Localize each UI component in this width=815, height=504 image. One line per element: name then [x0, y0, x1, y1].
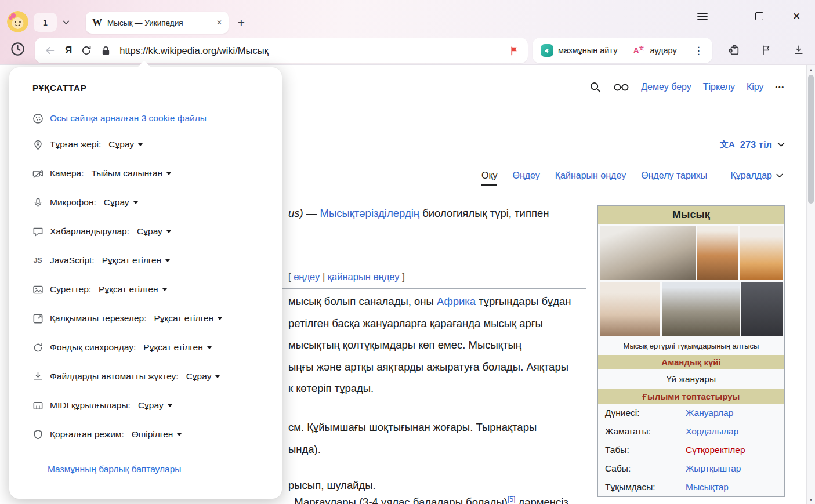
images-icon — [31, 283, 44, 296]
dropdown-caret-icon — [207, 346, 212, 349]
felidae-link[interactable]: Мысықтәрізділердің — [320, 207, 419, 219]
article-line: ретілген басқа жануарларға қарағанда мыс… — [288, 317, 543, 330]
permission-dropdown[interactable]: Сұрау — [108, 139, 143, 150]
permission-dropdown[interactable]: Рұқсат етілген — [143, 342, 212, 353]
kebab-menu-icon[interactable]: ⋮ — [689, 45, 709, 57]
permission-row-javascript: JS JavaScript: Рұқсат етілген — [9, 246, 282, 275]
bookmark-flag-icon[interactable] — [509, 45, 519, 56]
url-text[interactable]: https://kk.wikipedia.org/wiki/Мысық — [119, 45, 269, 56]
kingdom-link[interactable]: Жануарлар — [686, 408, 733, 418]
scroll-up-icon[interactable]: ▲ — [807, 65, 815, 74]
donate-link[interactable]: Демеу беру — [641, 82, 691, 92]
wiki-header-actions: Демеу беру Тіркелу Кіру ••• — [589, 81, 785, 93]
window-menu-icon[interactable] — [694, 8, 711, 25]
window-close-icon[interactable]: ✕ — [788, 8, 805, 25]
permission-row-camera: Камера: Тыйым салынған — [9, 159, 282, 188]
tab-edit-source[interactable]: Қайнарын өңдеу — [555, 171, 626, 186]
tab-edit[interactable]: Өңдеу — [512, 171, 539, 186]
cat-photo[interactable] — [697, 226, 738, 280]
shield-icon — [31, 428, 44, 441]
scroll-down-icon[interactable]: ▼ — [807, 495, 815, 504]
edit-source-section-link[interactable]: қайнарын өңдеу — [328, 271, 400, 282]
language-selector[interactable]: 文А 273 тіл — [720, 139, 785, 150]
dropdown-caret-icon — [218, 317, 222, 320]
auto-download-icon — [31, 370, 44, 383]
cat-photo[interactable] — [600, 226, 696, 280]
article-line: us) — Мысықтәрізділердің биологиялық түр… — [288, 207, 549, 220]
permission-dropdown[interactable]: Сұрау — [138, 400, 172, 411]
permission-dropdown[interactable]: Рұқсат етілген — [154, 313, 222, 324]
tabs-divider — [273, 187, 786, 187]
language-count: 273 тіл — [740, 139, 772, 150]
article-line: см. Құйымшағы шоқтығынан жоғары. Тырнақт… — [288, 421, 537, 434]
permission-dropdown[interactable]: Рұқсат етілген — [99, 284, 167, 295]
extensions-puzzle-icon[interactable] — [724, 40, 744, 60]
tab-read[interactable]: Оқу — [481, 171, 497, 186]
downloads-icon[interactable] — [789, 40, 809, 60]
reference-link: [5] — [508, 495, 515, 503]
cookie-icon — [31, 112, 44, 125]
new-tab-button[interactable]: + — [233, 14, 249, 31]
article-line: ыңғы және артқы аяқтарды ажыратуға болад… — [288, 361, 568, 374]
svg-text:А: А — [633, 46, 639, 55]
permission-dropdown[interactable]: Өшірілген — [132, 429, 182, 440]
yandex-icon[interactable]: Я — [65, 45, 72, 56]
history-icon[interactable] — [7, 38, 28, 60]
cookies-link[interactable]: Осы сайтқа арналған 3 cookie файлы — [50, 113, 207, 124]
translate-button[interactable]: А文 аудару — [629, 44, 680, 57]
cat-photo[interactable] — [740, 226, 783, 280]
cat-photo[interactable] — [662, 282, 740, 336]
africa-link[interactable]: Африка — [437, 295, 476, 307]
site-permissions-panel: РҰҚСАТТАР Осы сайтқа арналған 3 cookie ф… — [9, 67, 282, 499]
order-link[interactable]: Жыртқыштар — [686, 463, 741, 474]
tab-close-icon[interactable]: ✕ — [216, 19, 222, 27]
edit-section-link[interactable]: өңдеу — [294, 271, 320, 282]
cat-photo[interactable] — [600, 282, 660, 336]
classification-header: Ғылыми топтастыруы — [598, 389, 784, 404]
permission-row-notifications: Хабарландырулар: Сұрау — [9, 217, 282, 246]
tab-history[interactable]: Өңделу тарихы — [641, 171, 707, 186]
active-tab[interactable]: W Мысық — Уикипедия ✕ — [86, 12, 229, 34]
translate-icon: А文 — [632, 44, 645, 57]
register-link[interactable]: Тіркелу — [703, 82, 735, 92]
permission-dropdown[interactable]: Тыйым салынған — [91, 168, 171, 179]
scrollbar-thumb[interactable] — [808, 75, 814, 204]
tab-count-button[interactable]: 1 — [34, 13, 57, 32]
infobox-title: Мысық — [598, 206, 784, 224]
permission-dropdown[interactable]: Рұқсат етілген — [102, 255, 171, 266]
address-bar[interactable]: Я https://kk.wikipedia.org/wiki/Мысық — [35, 38, 528, 63]
permission-dropdown[interactable]: Сұрау — [186, 371, 220, 382]
dropdown-caret-icon — [168, 404, 172, 407]
scrollbar[interactable]: ▲ ▼ — [806, 65, 815, 504]
cat-photo[interactable] — [741, 282, 783, 336]
login-link[interactable]: Кіру — [747, 82, 764, 92]
collections-flag-icon[interactable] — [756, 40, 776, 60]
read-aloud-button[interactable]: мазмұнын айту — [537, 44, 621, 57]
cookies-row: Осы сайтқа арналған 3 cookie файлы — [9, 107, 282, 130]
language-icon: 文А — [720, 139, 735, 150]
reload-icon[interactable] — [81, 45, 92, 56]
read-aloud-icon — [541, 44, 553, 57]
window-maximize-icon[interactable] — [751, 8, 768, 25]
permission-dropdown[interactable]: Сұрау — [137, 226, 171, 237]
permission-dropdown[interactable]: Сұрау — [104, 197, 138, 208]
read-aloud-label: мазмұнын айту — [558, 46, 617, 55]
tools-menu[interactable]: Құралдар — [730, 171, 783, 181]
tab-list-chevron-icon[interactable] — [58, 13, 74, 32]
midi-icon — [31, 399, 44, 412]
article-tabs: Оқу Өңдеу Қайнарын өңдеу Өңделу тарихы — [481, 171, 707, 186]
back-icon[interactable] — [44, 44, 56, 57]
family-link[interactable]: Мысықтар — [686, 482, 729, 492]
permission-row-microphone: Микрофон: Сұрау — [9, 188, 282, 217]
user-menu-ellipsis-icon[interactable]: ••• — [775, 84, 785, 90]
profile-avatar[interactable] — [7, 11, 28, 32]
appearance-icon[interactable] — [613, 82, 629, 92]
all-content-settings-link[interactable]: Мазмұнның барлық баптаулары — [48, 464, 282, 474]
site-lock-icon[interactable] — [101, 45, 111, 56]
class-redlink[interactable]: Сүтқоректілер — [686, 445, 745, 455]
chevron-down-icon — [776, 173, 783, 178]
phylum-link[interactable]: Хордалылар — [686, 426, 738, 437]
article-line: мысық болып саналады, оны Африка тұрғынд… — [288, 295, 571, 308]
taxonomy-row: Жамағаты: Хордалылар — [598, 422, 784, 441]
search-icon[interactable] — [589, 81, 602, 93]
